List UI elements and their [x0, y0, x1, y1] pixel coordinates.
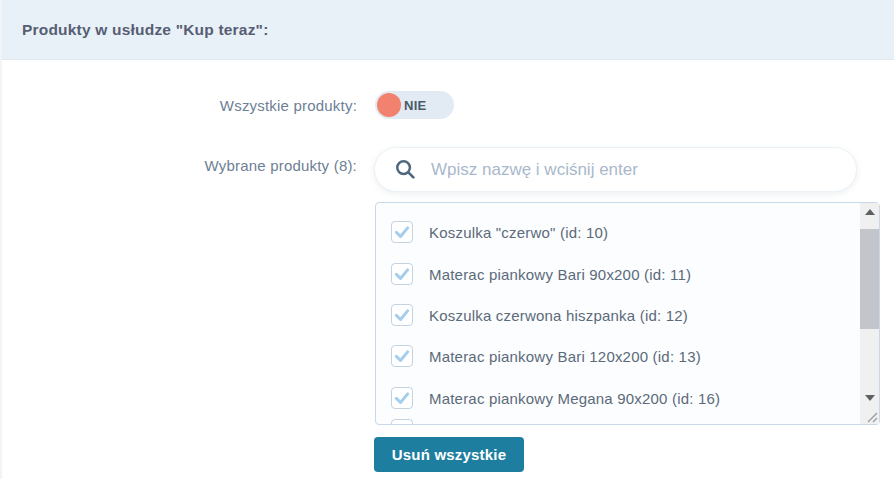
- remove-all-button[interactable]: Usuń wszystkie: [374, 437, 524, 472]
- checkbox-checked-icon[interactable]: [391, 387, 413, 409]
- product-list-item-label: Materac piankowy Bari 120x200 (id: 13): [429, 348, 701, 365]
- resize-grip-icon[interactable]: [860, 406, 879, 424]
- product-list-item-label: Materac piankowy Megana 90x200 (id: 16): [429, 390, 720, 407]
- product-list-item-label: Koszulka "czerwo" (id: 10): [429, 224, 608, 241]
- product-list-item[interactable]: Koszulka "czerwo" (id: 10): [391, 221, 608, 243]
- product-list-item[interactable]: Materac piankowy Bari 90x200 (id: 11): [391, 263, 691, 285]
- product-search-box: [374, 147, 857, 192]
- product-list-item-label: Koszulka czerwona hiszpanka (id: 12): [429, 307, 688, 324]
- toggle-knob-icon: [377, 93, 401, 117]
- scroll-up-icon[interactable]: [860, 203, 879, 220]
- product-list-item[interactable]: Materac piankowy Megana 90x200 (id: 16): [391, 387, 720, 409]
- checkbox-checked-icon[interactable]: [391, 304, 413, 326]
- selected-products-list[interactable]: Koszulka "czerwo" (id: 10)Materac pianko…: [375, 202, 880, 425]
- product-list-item[interactable]: Koszulka czerwona hiszpanka (id: 12): [391, 304, 688, 326]
- all-products-toggle[interactable]: NIE: [375, 91, 454, 119]
- list-scrollbar[interactable]: [860, 203, 879, 406]
- checkbox-checked-icon[interactable]: [391, 221, 413, 243]
- checkbox-checked-icon[interactable]: [391, 419, 413, 424]
- section-header: Produkty w usłudze "Kup teraz":: [2, 0, 894, 60]
- scroll-down-icon[interactable]: [860, 389, 879, 406]
- checkbox-checked-icon[interactable]: [391, 345, 413, 367]
- product-search-input[interactable]: [431, 148, 856, 191]
- selected-products-label: Wybrane produkty (8):: [17, 157, 357, 174]
- all-products-label: Wszystkie produkty:: [17, 97, 357, 114]
- product-list-viewport: Koszulka "czerwo" (id: 10)Materac pianko…: [376, 203, 859, 424]
- page-title: Produkty w usłudze "Kup teraz":: [22, 21, 269, 39]
- product-list-item[interactable]: Materac piankowy Bari 120x200 (id: 13): [391, 345, 701, 367]
- search-icon: [394, 158, 417, 181]
- toggle-state-label: NIE: [404, 98, 427, 113]
- product-list-item[interactable]: [391, 419, 429, 424]
- checkbox-checked-icon[interactable]: [391, 263, 413, 285]
- scrollbar-thumb[interactable]: [860, 229, 879, 329]
- product-list-item-label: Materac piankowy Bari 90x200 (id: 11): [429, 266, 691, 283]
